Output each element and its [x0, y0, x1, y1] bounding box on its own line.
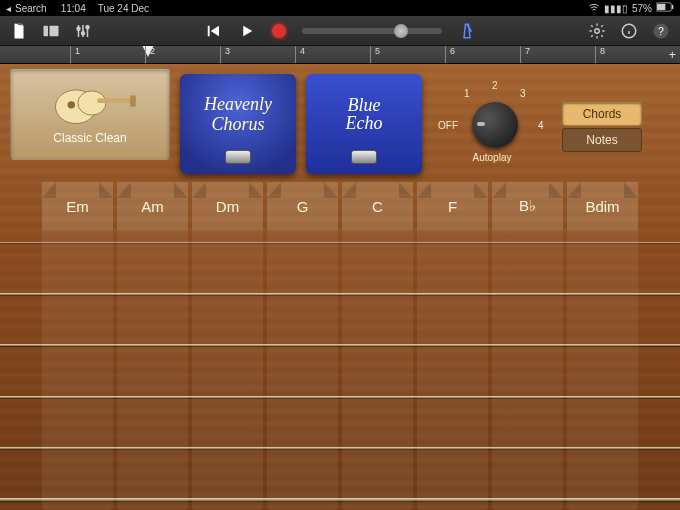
dial-4-label: 4 [538, 120, 544, 131]
ruler-tick[interactable]: 7 [520, 46, 530, 63]
mode-toggle: Chords Notes [562, 102, 642, 152]
chord-strum-area[interactable] [267, 230, 338, 510]
add-section-icon[interactable]: + [668, 47, 676, 62]
pedal-label-line2: Echo [346, 114, 383, 132]
svg-rect-15 [97, 98, 131, 103]
dial-off-label: OFF [438, 120, 458, 131]
pedal-stomp-switch[interactable] [225, 150, 251, 164]
back-caret-icon[interactable]: ◂ [6, 3, 11, 14]
wifi-icon [588, 1, 600, 15]
mode-chords[interactable]: Chords [562, 102, 642, 126]
record-button[interactable] [272, 24, 286, 38]
chord-strum-area[interactable] [417, 230, 488, 510]
chord-label[interactable]: G [267, 182, 338, 230]
app-toolbar: ? [0, 16, 680, 46]
autoplay-title: Autoplay [432, 152, 552, 163]
ruler-tick[interactable]: 5 [370, 46, 380, 63]
chord-strip[interactable]: B♭ [492, 182, 563, 510]
chord-strip[interactable]: G [267, 182, 338, 510]
chord-strip[interactable]: Em [42, 182, 113, 510]
dial-1-label: 1 [464, 88, 470, 99]
svg-rect-16 [130, 96, 136, 107]
pedal-label-line1: Blue [348, 96, 381, 114]
browser-icon[interactable] [42, 22, 60, 40]
clock: 11:04 [61, 3, 86, 14]
instrument-view: Classic Clean Heavenly Chorus Blue Echo … [0, 64, 680, 510]
svg-point-7 [86, 25, 89, 28]
ruler-tick[interactable]: 2 [145, 46, 155, 63]
metronome-icon[interactable] [458, 22, 476, 40]
battery-percent: 57% [632, 3, 652, 14]
signal-icon: ▮▮▮▯ [604, 3, 628, 14]
mode-notes[interactable]: Notes [562, 128, 642, 152]
chord-strum-area[interactable] [567, 230, 638, 510]
svg-text:?: ? [658, 24, 664, 36]
svg-rect-8 [208, 25, 210, 36]
chord-strip[interactable]: F [417, 182, 488, 510]
play-icon[interactable] [238, 22, 256, 40]
chord-label[interactable]: C [342, 182, 413, 230]
settings-icon[interactable] [588, 22, 606, 40]
date: Tue 24 Dec [98, 3, 149, 14]
autoplay-section: OFF 1 2 3 4 Autoplay Chords Notes [432, 68, 670, 164]
pedal-heavenly-chorus[interactable]: Heavenly Chorus [180, 74, 296, 174]
svg-rect-3 [44, 25, 49, 36]
slider-knob[interactable] [394, 24, 408, 38]
track-controls-icon[interactable] [74, 22, 92, 40]
help-icon[interactable]: ? [652, 22, 670, 40]
svg-point-5 [77, 27, 80, 30]
my-songs-icon[interactable] [10, 22, 28, 40]
ios-status-bar: ◂ Search 11:04 Tue 24 Dec ▮▮▮▯ 57% [0, 0, 680, 16]
chord-label[interactable]: Bdim [567, 182, 638, 230]
chord-label[interactable]: F [417, 182, 488, 230]
chord-strips: EmAmDmGCFB♭Bdim [40, 182, 640, 510]
rewind-icon[interactable] [204, 22, 222, 40]
dial-3-label: 3 [520, 88, 526, 99]
pedal-label-line2: Chorus [211, 114, 264, 134]
top-panel: Classic Clean Heavenly Chorus Blue Echo … [0, 64, 680, 174]
chord-strum-area[interactable] [342, 230, 413, 510]
timeline-ruler[interactable]: + 12345678 [0, 46, 680, 64]
battery-icon [656, 2, 674, 14]
svg-rect-4 [50, 25, 59, 36]
svg-point-9 [595, 28, 600, 33]
svg-point-6 [82, 31, 85, 34]
chord-strum-area[interactable] [117, 230, 188, 510]
pedal-label-line1: Heavenly [204, 94, 272, 114]
autoplay-dial-wrap: OFF 1 2 3 4 Autoplay [432, 74, 552, 164]
ruler-tick[interactable]: 8 [595, 46, 605, 63]
chord-strip[interactable]: Bdim [567, 182, 638, 510]
chord-label[interactable]: Em [42, 182, 113, 230]
autoplay-dial[interactable] [472, 102, 518, 148]
guitar-icon [11, 75, 169, 131]
ruler-tick[interactable]: 4 [295, 46, 305, 63]
pedal-stomp-switch[interactable] [351, 150, 377, 164]
chord-strum-area[interactable] [192, 230, 263, 510]
pedal-blue-echo[interactable]: Blue Echo [306, 74, 422, 174]
svg-point-17 [68, 101, 75, 108]
chord-strum-area[interactable] [42, 230, 113, 510]
ruler-tick[interactable]: 6 [445, 46, 455, 63]
ruler-tick[interactable]: 3 [220, 46, 230, 63]
ruler-tick[interactable]: 1 [70, 46, 80, 63]
chord-strip[interactable]: Dm [192, 182, 263, 510]
chord-label[interactable]: Am [117, 182, 188, 230]
svg-rect-1 [657, 4, 665, 10]
chord-strip[interactable]: Am [117, 182, 188, 510]
chord-label[interactable]: Dm [192, 182, 263, 230]
chord-strip[interactable]: C [342, 182, 413, 510]
dial-2-label: 2 [492, 80, 498, 91]
info-icon[interactable] [620, 22, 638, 40]
back-app-label[interactable]: Search [15, 3, 47, 14]
master-volume-slider[interactable] [302, 28, 442, 34]
instrument-name: Classic Clean [11, 131, 169, 145]
chord-strum-area[interactable] [492, 230, 563, 510]
chord-label[interactable]: B♭ [492, 182, 563, 230]
instrument-chooser[interactable]: Classic Clean [10, 68, 170, 160]
svg-rect-2 [672, 5, 673, 9]
